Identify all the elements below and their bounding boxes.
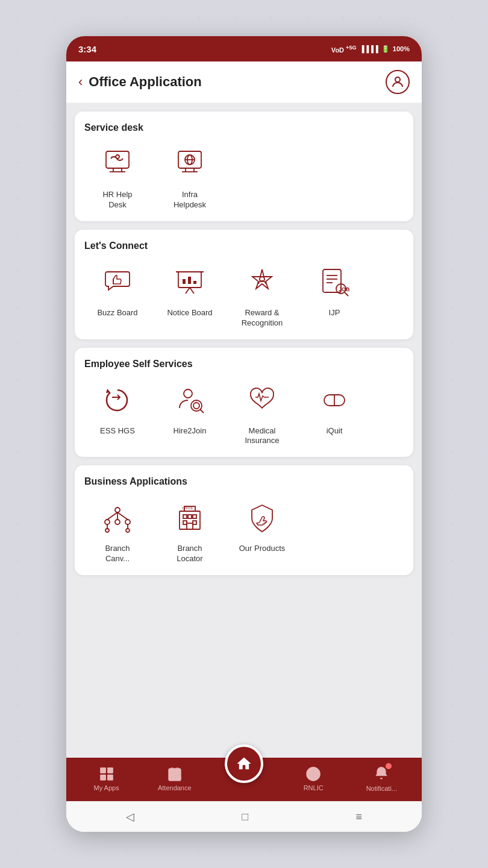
ess-title: Employee Self Services — [84, 359, 404, 370]
hire2join-icon — [169, 379, 211, 421]
status-bar: 3:34 VoD +5G ▐▐▐▐ 🔋 100% — [66, 36, 422, 61]
notification-badge — [386, 763, 392, 769]
svg-point-37 — [105, 520, 110, 524]
ess-hgs-item[interactable]: ESS HGS — [84, 379, 151, 447]
profile-button[interactable] — [386, 70, 410, 94]
svg-rect-50 — [188, 515, 192, 518]
svg-line-33 — [200, 409, 204, 413]
hire2join-item[interactable]: Hire2Join — [157, 379, 223, 447]
phone-container: 3:34 VoD +5G ▐▐▐▐ 🔋 100% ‹ Office Applic… — [66, 36, 422, 832]
signal-bars-icon: ▐▐▐▐ — [360, 45, 378, 52]
branch-locator-label: BranchLocator — [177, 544, 202, 564]
lets-connect-title: Let's Connect — [84, 241, 404, 251]
svg-line-42 — [107, 512, 117, 520]
branch-locator-icon: OFFICE — [169, 497, 211, 539]
header: ‹ Office Application — [66, 61, 422, 103]
nav-my-apps[interactable]: My Apps — [89, 766, 125, 791]
svg-text:!: ! — [177, 776, 178, 780]
iquit-item[interactable]: iQuit — [301, 379, 368, 447]
ess-hgs-icon — [96, 379, 139, 421]
reward-recognition-item[interactable]: Reward &Recognition — [229, 261, 295, 329]
nav-rnlic[interactable]: RNLIC — [295, 766, 331, 791]
lets-connect-grid: Buzz Board — [84, 261, 404, 329]
hr-help-desk-label: HR HelpDesk — [102, 190, 132, 210]
svg-line-15 — [186, 288, 190, 294]
status-icons: VoD +5G ▐▐▐▐ 🔋 100% — [331, 45, 410, 54]
nav-notifications-label: Notificati... — [366, 785, 397, 792]
our-products-item[interactable]: Our Products — [229, 497, 295, 564]
svg-rect-58 — [100, 775, 106, 781]
branch-canv-item[interactable]: BranchCanv... — [84, 497, 151, 564]
infra-helpdesk-item[interactable]: InfraHelpdesk — [157, 143, 223, 210]
buzz-board-item[interactable]: Buzz Board — [84, 261, 151, 329]
buzz-board-icon — [96, 261, 139, 303]
service-desk-card: Service desk — [75, 112, 413, 221]
medical-insurance-icon — [241, 379, 283, 421]
sys-back-button[interactable]: ◁ — [114, 808, 146, 826]
iquit-label: iQuit — [327, 426, 343, 436]
battery-percent: 100% — [393, 45, 410, 52]
ess-grid: ESS HGS Hire2Join — [84, 379, 404, 447]
svg-point-38 — [115, 520, 120, 524]
reward-recognition-icon — [241, 261, 283, 303]
status-time: 3:34 — [78, 44, 96, 54]
nav-home-button[interactable] — [225, 744, 263, 783]
svg-rect-54 — [187, 523, 193, 529]
svg-line-29 — [345, 292, 348, 296]
service-desk-grid: HR HelpDesk — [84, 143, 404, 210]
medical-insurance-label: MedicalInsurance — [245, 426, 279, 447]
nav-attendance[interactable]: ! Attendance — [157, 766, 193, 791]
notice-board-item[interactable]: Notice Board — [157, 261, 223, 329]
system-nav: ◁ □ ≡ — [66, 801, 422, 832]
svg-rect-20 — [193, 281, 196, 284]
svg-point-32 — [193, 403, 199, 409]
ijp-label: IJP — [329, 308, 340, 318]
branch-canv-icon — [96, 497, 139, 539]
signal-text: VoD +5G — [331, 45, 357, 54]
back-button[interactable]: ‹ — [78, 74, 83, 90]
branch-canv-label: BranchCanv... — [105, 544, 130, 564]
svg-point-5 — [116, 155, 119, 159]
svg-line-16 — [190, 288, 194, 294]
svg-rect-56 — [100, 767, 106, 773]
ess-card: Employee Self Services ESS HGS — [75, 348, 413, 458]
ijp-item[interactable]: JOB IJP — [301, 261, 368, 329]
branch-locator-item[interactable]: OFFICE BranchLocator — [157, 497, 223, 564]
hr-help-desk-icon — [96, 143, 139, 185]
page-title: Office Application — [89, 74, 201, 90]
hire2join-label: Hire2Join — [174, 426, 207, 436]
battery-icon: 🔋 — [381, 45, 390, 53]
business-apps-card: Business Applications — [75, 465, 413, 575]
our-products-label: Our Products — [239, 544, 286, 554]
svg-marker-21 — [252, 269, 272, 289]
our-products-icon — [241, 497, 283, 539]
svg-text:JOB: JOB — [339, 286, 350, 292]
svg-rect-59 — [107, 775, 113, 781]
nav-rnlic-label: RNLIC — [304, 784, 324, 791]
svg-point-40 — [105, 529, 109, 532]
svg-rect-49 — [183, 515, 187, 518]
svg-rect-18 — [183, 279, 186, 284]
notice-board-label: Notice Board — [167, 308, 212, 318]
header-left: ‹ Office Application — [78, 74, 202, 90]
business-apps-title: Business Applications — [84, 476, 404, 487]
lets-connect-card: Let's Connect Buzz Board — [75, 230, 413, 339]
service-desk-title: Service desk — [84, 122, 404, 133]
main-content: Service desk — [66, 103, 422, 758]
sys-menu-button[interactable]: ≡ — [343, 808, 374, 826]
iquit-icon — [313, 379, 355, 421]
notice-board-icon — [169, 261, 211, 303]
reward-recognition-label: Reward &Recognition — [242, 308, 283, 329]
sys-home-button[interactable]: □ — [230, 808, 260, 826]
ess-hgs-label: ESS HGS — [100, 426, 135, 436]
buzz-board-label: Buzz Board — [97, 308, 137, 318]
medical-insurance-item[interactable]: MedicalInsurance — [229, 379, 295, 447]
svg-line-44 — [117, 512, 128, 520]
ijp-icon: JOB — [313, 261, 355, 303]
nav-notifications[interactable]: Notificati... — [363, 766, 399, 792]
bottom-nav: My Apps ! Attendance — [66, 758, 422, 801]
nav-my-apps-label: My Apps — [94, 784, 119, 791]
svg-point-41 — [126, 529, 130, 532]
svg-rect-57 — [107, 767, 113, 773]
hr-help-desk-item[interactable]: HR HelpDesk — [84, 143, 151, 210]
